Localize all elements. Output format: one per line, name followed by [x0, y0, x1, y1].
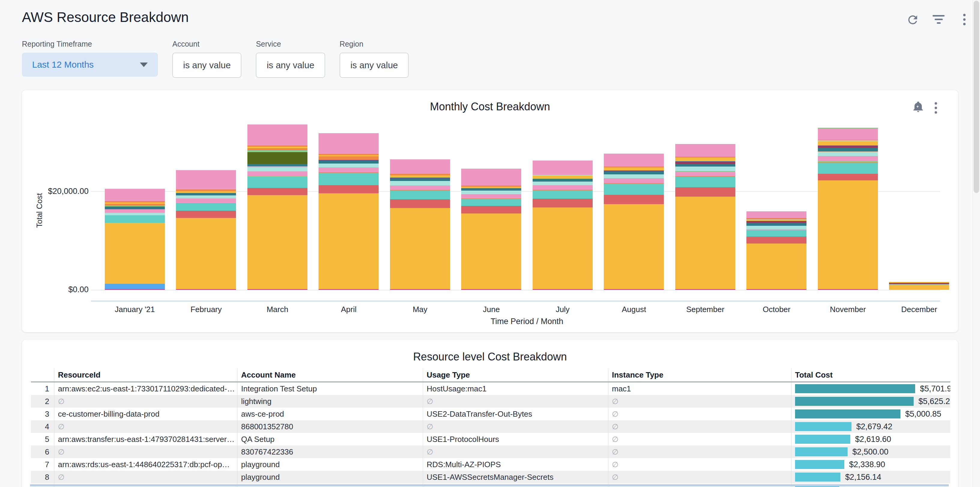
stacked-bar-April[interactable]: [318, 133, 379, 290]
row-number: 2: [31, 395, 54, 408]
table-row[interactable]: 6∅830767422336∅∅$2,500.00: [31, 445, 950, 458]
header-instance-type[interactable]: Instance Type: [608, 368, 791, 382]
page-scrollbar-thumb[interactable]: [974, 1, 979, 193]
cell-usage-type: HostUsage:mac1: [423, 382, 608, 395]
header-account-name[interactable]: Account Name: [237, 368, 423, 382]
cell-total-cost: $5,625.22: [791, 395, 950, 408]
table-row[interactable]: 4∅868001352780∅∅$2,679.42: [31, 420, 950, 433]
table-row[interactable]: 1arn:aws:ec2:us-east-1:733017110293:dedi…: [31, 382, 950, 395]
bar-segment: [390, 289, 450, 290]
bar-segment: [818, 180, 878, 289]
cell-usage-type: RDS:Multi-AZ-PIOPS: [423, 458, 608, 471]
stacked-bar-January '21[interactable]: [105, 189, 165, 290]
stacked-bar-May[interactable]: [390, 159, 450, 290]
x-axis-label: November: [812, 305, 884, 314]
cell-account-name: Integration Test Setup: [237, 382, 423, 395]
bar-segment: [818, 289, 878, 290]
bar-segment: [604, 184, 664, 195]
bar-segment: [318, 185, 379, 193]
filter-icon[interactable]: [932, 15, 945, 28]
refresh-icon[interactable]: [906, 13, 920, 26]
stacked-bar-July[interactable]: [533, 161, 593, 290]
x-axis-label: August: [598, 305, 670, 314]
table-title: Resource level Cost Breakdown: [22, 351, 958, 363]
bar-segment: [604, 178, 664, 183]
monthly-cost-chart-card: Monthly Cost Breakdown $20,000.00 $0.00 …: [22, 90, 958, 332]
bar-segment: [318, 289, 379, 290]
account-filter-button[interactable]: is any value: [172, 53, 242, 78]
region-filter-button[interactable]: is any value: [340, 53, 409, 78]
service-filter-button[interactable]: is any value: [256, 53, 325, 78]
bar-segment: [818, 148, 878, 151]
cost-value: $2,156.14: [845, 473, 881, 482]
null-value: ∅: [426, 397, 433, 406]
filter-bar: Reporting Timeframe Last 12 Months Accou…: [22, 40, 409, 78]
cell-resource-id: arn:aws:rds:us-east-1:448640225317:db:pc…: [54, 458, 237, 471]
bar-segment: [461, 194, 521, 198]
bar-segment: [533, 161, 593, 175]
chevron-down-icon: [140, 62, 148, 67]
y-axis-title: Total Cost: [35, 193, 44, 228]
cell-instance-type: ∅: [608, 471, 791, 484]
stacked-bar-September[interactable]: [675, 144, 735, 290]
bar-segment: [105, 289, 165, 290]
cell-resource-id: ce-customer-billing-data-prod: [54, 408, 237, 420]
cell-total-cost: $5,701.99: [791, 382, 950, 395]
header-total-cost[interactable]: Total Cost: [791, 368, 950, 382]
table-row[interactable]: 2∅lightwing∅∅$5,625.22: [31, 395, 950, 408]
kebab-menu-icon[interactable]: [958, 14, 971, 27]
table-row[interactable]: 7arn:aws:rds:us-east-1:448640225317:db:p…: [31, 458, 950, 471]
row-number: 6: [31, 445, 54, 458]
row-number: 8: [31, 471, 54, 484]
cell-instance-type: ∅: [608, 433, 791, 445]
stacked-bar-October[interactable]: [746, 211, 807, 290]
cost-bar: [795, 473, 840, 482]
bar-segment: [675, 161, 735, 163]
y-tick-20000: $20,000.00: [22, 187, 89, 196]
filter-label: Service: [256, 40, 325, 48]
cell-account-name: QA Setup: [237, 433, 423, 445]
cell-instance-type: mac1: [608, 382, 791, 395]
cell-resource-id: ∅: [54, 395, 237, 408]
bar-segment: [247, 188, 307, 195]
bar-segment: [105, 206, 165, 209]
bar-segment: [390, 199, 450, 208]
cost-bar: [795, 435, 850, 444]
table-horizontal-scrollbar[interactable]: [30, 484, 949, 486]
table-row[interactable]: 5arn:aws:transfer:us-east-1:479370281431…: [31, 433, 950, 445]
bar-segment: [604, 171, 664, 175]
table-row[interactable]: 8∅playgroundUSE1-AWSSecretsManager-Secre…: [31, 471, 950, 484]
cost-bar: [795, 384, 915, 393]
header-usage-type[interactable]: Usage Type: [423, 368, 608, 382]
bar-segment: [675, 172, 735, 176]
stacked-bar-August[interactable]: [604, 153, 664, 290]
filter-line: [932, 15, 945, 16]
resource-table: ResourceId Account Name Usage Type Insta…: [31, 368, 950, 487]
stacked-bar-December[interactable]: [889, 282, 949, 290]
cell-total-cost: $2,156.14: [791, 471, 950, 484]
bar-segment: [746, 230, 807, 236]
table-row[interactable]: 3ce-customer-billing-data-prodaws-ce-pro…: [31, 408, 950, 420]
bar-segment: [247, 148, 307, 150]
page-scrollbar[interactable]: [972, 0, 980, 487]
stacked-bar-February[interactable]: [176, 170, 236, 290]
cell-instance-type: ∅: [608, 408, 791, 420]
cell-account-name: lightwing: [237, 395, 423, 408]
stacked-bar-June[interactable]: [461, 169, 521, 290]
timeframe-dropdown[interactable]: Last 12 Months: [22, 53, 158, 77]
stacked-bar-March[interactable]: [247, 125, 307, 290]
bar-segment: [176, 218, 236, 289]
null-value: ∅: [426, 448, 433, 456]
row-number: 4: [31, 420, 54, 433]
stacked-bar-November[interactable]: [818, 128, 878, 290]
bar-segment: [461, 206, 521, 214]
bar-segment: [390, 181, 450, 185]
x-axis-title: Time Period / Month: [99, 317, 955, 326]
bar-segment: [390, 185, 450, 190]
filter-value: is any value: [183, 60, 231, 70]
cell-instance-type: ∅: [608, 420, 791, 433]
bar-segment: [746, 211, 807, 218]
header-resource-id[interactable]: ResourceId: [54, 368, 237, 382]
cost-value: $2,500.00: [853, 447, 888, 457]
null-value: ∅: [612, 422, 619, 431]
